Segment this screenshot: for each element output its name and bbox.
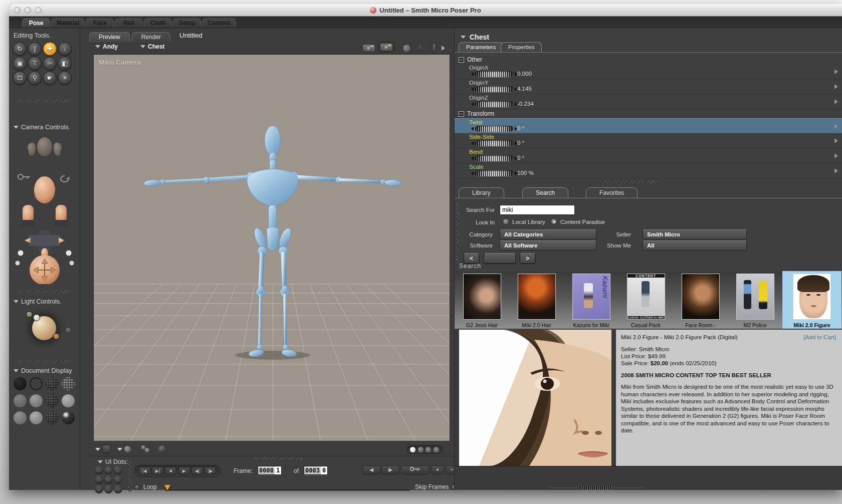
search-button[interactable] <box>484 253 516 264</box>
param-dial[interactable] <box>471 155 517 161</box>
sun-icon[interactable]: ☼ <box>65 325 71 333</box>
tab-render[interactable]: Render <box>132 32 170 42</box>
content-paradise-radio[interactable] <box>551 218 557 225</box>
param-dial[interactable] <box>471 126 517 132</box>
next-page-button[interactable]: > <box>520 253 535 264</box>
show-me-dropdown[interactable]: All <box>643 240 747 250</box>
display-style-flat-lined-icon[interactable] <box>46 394 59 407</box>
search-input[interactable] <box>500 205 575 215</box>
local-library-radio[interactable] <box>503 218 509 225</box>
minimize-window-button[interactable] <box>25 7 31 14</box>
tab-preview[interactable]: Preview <box>89 32 130 42</box>
total-frames-counter[interactable]: 00030 <box>304 466 328 475</box>
timeline-scrubber-track[interactable] <box>165 489 410 491</box>
result-item[interactable]: M2 Police <box>728 271 782 329</box>
param-dial[interactable] <box>471 71 517 77</box>
tab-setup[interactable]: Setup <box>173 18 201 28</box>
tab-properties[interactable]: Properties <box>501 42 542 52</box>
display-style-texture-shaded-icon[interactable] <box>46 411 59 424</box>
param-value[interactable]: 0 ° <box>517 155 524 161</box>
tab-library[interactable]: Library <box>459 187 504 198</box>
edit-keyframes-button[interactable] <box>401 465 429 474</box>
zoom-window-button[interactable] <box>35 7 42 14</box>
display-style-silhouette-icon[interactable] <box>14 377 27 390</box>
tab-favorites[interactable]: Favorites <box>586 187 638 198</box>
param-value[interactable]: 100 % <box>517 170 534 176</box>
display-style-hidden-line-icon[interactable] <box>62 377 75 390</box>
param-menu-arrow-icon[interactable] <box>834 99 838 104</box>
param-menu-arrow-icon[interactable] <box>834 69 838 74</box>
ui-dot[interactable] <box>95 485 103 493</box>
camera-preset-2-icon[interactable] <box>380 43 393 51</box>
search-form-handle[interactable] <box>456 202 459 261</box>
display-dot-icon[interactable] <box>418 447 424 452</box>
ui-dot[interactable] <box>95 466 103 474</box>
next-keyframe-button[interactable]: ▶ <box>381 465 399 474</box>
parameters-header[interactable]: Chest <box>461 33 489 41</box>
result-item[interactable]: Face Room - <box>673 271 728 329</box>
display-mode-dots[interactable] <box>406 445 443 454</box>
result-item[interactable]: G2 Jessi Hair <box>455 271 509 329</box>
param-dial[interactable] <box>471 140 517 146</box>
tab-face[interactable]: Face <box>86 18 114 28</box>
param-menu-arrow-icon[interactable] <box>834 124 838 129</box>
software-dropdown[interactable]: All Software <box>500 240 596 250</box>
stop-button[interactable]: ■ <box>165 467 176 475</box>
taper-tool-icon[interactable]: ⊤ <box>28 57 42 70</box>
group-transform[interactable]: − Transform <box>459 110 494 117</box>
rotate-tool-icon[interactable]: ↻ <box>13 42 27 56</box>
sidebar-divider-handle[interactable] <box>18 290 71 293</box>
style-dropdown-icon[interactable] <box>117 448 122 451</box>
display-style-cartoon-icon[interactable] <box>62 394 75 407</box>
chevron-down-icon[interactable] <box>14 369 19 372</box>
display-dot-icon[interactable] <box>426 447 431 452</box>
last-frame-button[interactable]: ▶| <box>152 467 163 475</box>
group-other[interactable]: − Other <box>459 56 482 63</box>
actor-selector-dropdown[interactable]: Chest <box>140 43 164 50</box>
param-value[interactable]: 4.145 <box>517 86 532 92</box>
morphing-tool-icon[interactable]: ✳ <box>58 71 72 85</box>
twist-tool-icon[interactable]: ʃ <box>28 42 42 56</box>
param-value[interactable]: 0 ° <box>517 140 524 146</box>
param-value[interactable]: 0 ° <box>517 125 524 131</box>
content-paradise-label[interactable]: Content Paradise <box>560 219 605 225</box>
ui-dot[interactable] <box>114 466 122 474</box>
ui-dot[interactable] <box>104 466 113 474</box>
camera-name-label[interactable]: Main Camera <box>99 59 141 66</box>
style-sphere-icon[interactable] <box>124 446 131 452</box>
category-dropdown[interactable]: All Categories <box>500 229 596 239</box>
sidebar-divider-handle[interactable] <box>18 100 71 103</box>
display-dot-icon[interactable] <box>410 447 415 452</box>
display-style-lit-wireframe-icon[interactable] <box>14 394 27 407</box>
display-style-outline-icon[interactable] <box>30 377 43 390</box>
light-1-dot-icon[interactable] <box>26 311 33 318</box>
tab-content[interactable]: Content <box>202 18 236 28</box>
tab-hair[interactable]: Hair <box>115 18 143 28</box>
param-menu-arrow-icon[interactable] <box>834 153 838 158</box>
local-library-label[interactable]: Local Library <box>512 219 545 225</box>
resize-grip[interactable] <box>580 485 612 490</box>
result-item-selected[interactable]: Miki 2.0 Figure <box>782 271 841 329</box>
collapse-icon[interactable]: − <box>459 111 464 117</box>
seller-dropdown[interactable]: Smith Micro <box>643 229 747 239</box>
play-button[interactable]: ▶ <box>178 467 190 475</box>
result-item[interactable]: Kazumi Kazumi for Miki <box>564 271 618 329</box>
multi-sphere-icon[interactable] <box>145 448 149 452</box>
ui-dot[interactable] <box>114 485 122 493</box>
step-back-button[interactable]: ◀| <box>191 467 203 475</box>
param-dial[interactable] <box>471 101 517 107</box>
step-forward-button[interactable]: |▶ <box>204 467 216 475</box>
move-mode-cross-icon[interactable] <box>416 45 424 52</box>
view-magnifier-tool-icon[interactable]: ⚲ <box>28 71 42 85</box>
grouping-tool-icon[interactable]: ✄ <box>43 57 57 70</box>
sidebar-divider-handle[interactable] <box>18 360 71 363</box>
timeline-v-divider-handle[interactable] <box>128 459 131 491</box>
param-value[interactable]: 0.000 <box>517 71 532 77</box>
first-frame-button[interactable]: |◀ <box>139 467 150 475</box>
display-dot-icon[interactable] <box>434 447 439 452</box>
previous-keyframe-button[interactable]: ◀ <box>362 465 380 474</box>
render-sphere-icon[interactable] <box>158 445 166 453</box>
current-frame-counter[interactable]: 00001 <box>258 466 282 475</box>
ui-dot[interactable] <box>114 475 122 484</box>
direct-manipulation-tool-icon[interactable]: ☛ <box>43 71 57 85</box>
